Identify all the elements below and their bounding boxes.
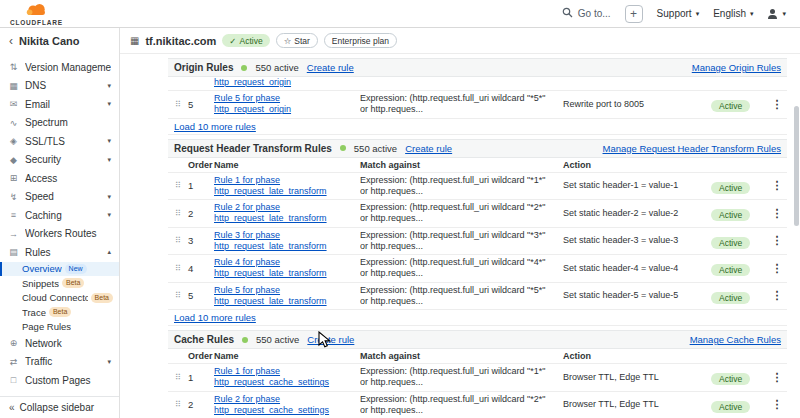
- rule-name-link[interactable]: Rule 5 for phase http_request_origin: [214, 93, 360, 116]
- chevron-down-icon: ▾: [107, 211, 111, 219]
- sidebar-item-speed[interactable]: ↯ Speed ▾: [0, 188, 119, 207]
- rule-order: 2: [188, 399, 214, 410]
- rule-name-link[interactable]: Rule 1 for phase http_request_cache_sett…: [214, 366, 360, 389]
- drag-handle-icon[interactable]: ⠿: [168, 291, 188, 300]
- dns-icon: ▦: [8, 81, 19, 91]
- kebab-menu-icon[interactable]: ⋮: [767, 398, 787, 411]
- create-rule-link[interactable]: Create rule: [307, 334, 354, 345]
- drag-handle-icon[interactable]: ⠿: [168, 181, 188, 190]
- email-icon: ✉: [8, 99, 19, 109]
- site-status-badge: ✓ Active: [222, 34, 269, 47]
- rule-action: Set static header-4 = value-4: [563, 263, 711, 274]
- sidebar-item-trace[interactable]: Trace Beta: [0, 305, 119, 320]
- kebab-menu-icon[interactable]: ⋮: [767, 179, 787, 192]
- kebab-menu-icon[interactable]: ⋮: [767, 371, 787, 384]
- chevron-down-icon: ▾: [107, 82, 111, 90]
- sidebar-item-page-rules[interactable]: Page Rules: [0, 320, 119, 335]
- rule-expression: Expression: (http.request.full_uri wildc…: [360, 202, 563, 225]
- cache-rules-section: Cache Rules 550 active Create rule Manag…: [168, 330, 787, 418]
- sidebar-item-rules[interactable]: ▤ Rules ▴: [0, 243, 119, 262]
- load-more-row: Load 10 more rules: [168, 119, 787, 135]
- cloudflare-logo[interactable]: CLOUDFLARE: [10, 1, 63, 26]
- language-label: English: [713, 8, 746, 19]
- origin-rules-section: Origin Rules 550 active Create rule Mana…: [168, 58, 787, 135]
- sidebar-item-network[interactable]: ⊕ Network: [0, 334, 119, 353]
- sidebar-item-spectrum[interactable]: ∿ Spectrum: [0, 114, 119, 133]
- collapse-icon: «: [9, 402, 15, 413]
- kebab-menu-icon[interactable]: ⋮: [767, 262, 787, 275]
- active-badge: Active: [711, 237, 750, 249]
- rule-expression: Expression: (http.request.full_uri wildc…: [360, 257, 563, 280]
- active-badge: Active: [711, 182, 750, 194]
- account-menu[interactable]: ▾: [767, 9, 786, 19]
- rule-action: Set static header-5 = value-5: [563, 290, 711, 301]
- rule-name-link[interactable]: Rule 2 for phase http_request_cache_sett…: [214, 394, 360, 417]
- beta-badge: Beta: [62, 278, 84, 288]
- scrollbar-thumb[interactable]: [794, 106, 799, 226]
- rule-name-link[interactable]: Rule 1 for phase http_request_late_trans…: [214, 175, 360, 198]
- load-more-request-header-transform-rules-link[interactable]: Load 10 more rules: [174, 312, 256, 323]
- sidebar-item-caching[interactable]: ≡ Caching ▾: [0, 206, 119, 225]
- sidebar: ‹ Nikita Cano ⇅ Version Management ▦ DNS…: [0, 28, 120, 418]
- section-title: Cache Rules: [174, 334, 234, 345]
- support-menu[interactable]: Support ▾: [657, 8, 700, 19]
- sidebar-item-access[interactable]: ⊞ Access: [0, 169, 119, 188]
- account-header[interactable]: ‹ Nikita Cano: [0, 28, 119, 54]
- beta-badge: Beta: [91, 293, 113, 303]
- manage-request-header-transform-rules-link[interactable]: Manage Request Header Transform Rules: [603, 143, 781, 154]
- star-icon: ☆: [284, 36, 292, 46]
- rule-name-link[interactable]: Rule 5 for phase http_request_late_trans…: [214, 285, 360, 308]
- kebab-menu-icon[interactable]: ⋮: [767, 98, 787, 111]
- topbar-actions: Go to... + Support ▾ English ▾ ▾: [562, 5, 786, 23]
- sidebar-item-rules-overview[interactable]: Overview New: [0, 262, 119, 277]
- custom-pages-icon: □: [8, 375, 19, 385]
- language-menu[interactable]: English ▾: [713, 8, 753, 19]
- sidebar-item-traffic[interactable]: ⇄ Traffic ▾: [0, 353, 119, 372]
- sidebar-item-security[interactable]: ◆ Security ▾: [0, 151, 119, 170]
- star-button[interactable]: ☆ Star: [276, 33, 318, 48]
- access-icon: ⊞: [8, 173, 19, 183]
- rule-expression: Expression: (http.request.full_uri wildc…: [360, 285, 563, 308]
- active-dot: [340, 145, 346, 151]
- chevron-down-icon: ▾: [696, 10, 700, 18]
- kebab-menu-icon[interactable]: ⋮: [767, 234, 787, 247]
- sidebar-nav: ⇅ Version Management ▦ DNS ▾ ✉ Email ▾ ∿…: [0, 54, 119, 396]
- kebab-menu-icon[interactable]: ⋮: [767, 207, 787, 220]
- active-dot: [241, 65, 247, 71]
- drag-handle-icon[interactable]: ⠿: [168, 100, 188, 109]
- sidebar-item-version-management[interactable]: ⇅ Version Management: [0, 58, 119, 77]
- sidebar-item-ssl-tls[interactable]: ◈ SSL/TLS ▾: [0, 132, 119, 151]
- add-button[interactable]: +: [625, 5, 643, 23]
- drag-handle-icon[interactable]: ⠿: [168, 264, 188, 273]
- site-domain[interactable]: tf.nikitac.com: [145, 35, 216, 47]
- create-rule-link[interactable]: Create rule: [307, 62, 354, 73]
- active-badge: Active: [711, 373, 750, 385]
- origin-rules-header: Origin Rules 550 active Create rule Mana…: [168, 58, 787, 77]
- drag-handle-icon[interactable]: ⠿: [168, 373, 188, 382]
- load-more-origin-rules-link[interactable]: Load 10 more rules: [174, 121, 256, 132]
- sidebar-item-cloud-connector[interactable]: Cloud Connector Beta: [0, 291, 119, 306]
- manage-cache-rules-link[interactable]: Manage Cache Rules: [690, 334, 781, 345]
- global-search[interactable]: Go to...: [562, 7, 611, 20]
- sidebar-item-workers-routes[interactable]: → Workers Routes: [0, 225, 119, 244]
- sidebar-item-snippets[interactable]: Snippets Beta: [0, 276, 119, 291]
- rule-name-link[interactable]: http_request_origin: [214, 77, 360, 88]
- rule-name-link[interactable]: Rule 3 for phase http_request_late_trans…: [214, 230, 360, 253]
- sidebar-item-dns[interactable]: ▦ DNS ▾: [0, 77, 119, 96]
- drag-handle-icon[interactable]: ⠿: [168, 236, 188, 245]
- drag-handle-icon[interactable]: ⠿: [168, 400, 188, 409]
- kebab-menu-icon[interactable]: ⋮: [767, 289, 787, 302]
- table-header-row: Order Name Match against Action: [168, 349, 787, 364]
- drag-handle-icon[interactable]: ⠿: [168, 209, 188, 218]
- collapse-label: Collapse sidebar: [20, 402, 95, 413]
- rule-name-link[interactable]: Rule 4 for phase http_request_late_trans…: [214, 257, 360, 280]
- rule-name-link[interactable]: Rule 2 for phase http_request_late_trans…: [214, 202, 360, 225]
- sidebar-item-custom-pages[interactable]: □ Custom Pages: [0, 371, 119, 390]
- rule-expression: Expression: (http.request.full_uri wildc…: [360, 394, 563, 417]
- collapse-sidebar-button[interactable]: « Collapse sidebar: [0, 396, 119, 418]
- manage-origin-rules-link[interactable]: Manage Origin Rules: [692, 62, 781, 73]
- sidebar-item-email[interactable]: ✉ Email ▾: [0, 95, 119, 114]
- new-badge: New: [65, 264, 87, 274]
- main-content: ▦ tf.nikitac.com ✓ Active ☆ Star Enterpr…: [120, 28, 800, 418]
- create-rule-link[interactable]: Create rule: [405, 143, 452, 154]
